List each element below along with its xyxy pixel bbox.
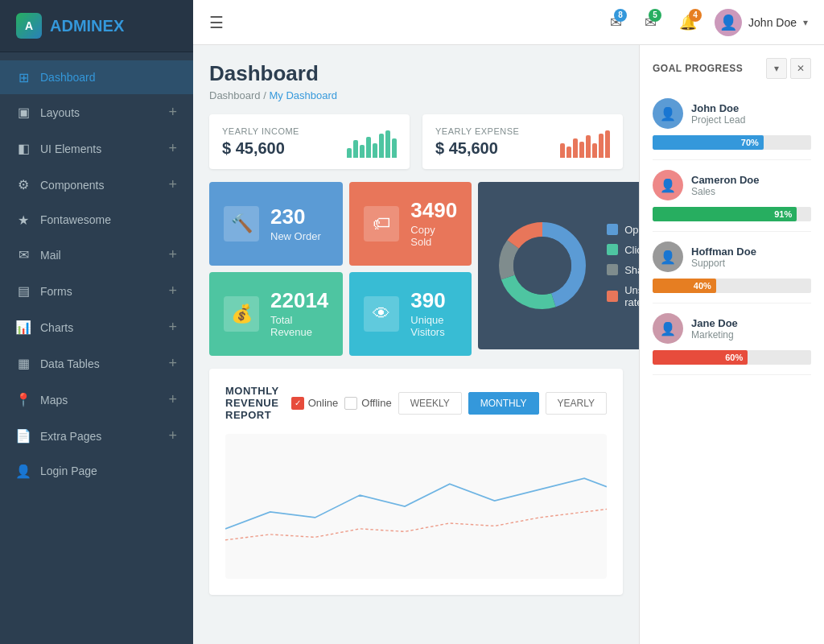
legend-dot [607, 264, 618, 275]
yearly-tab[interactable]: YEARLY [546, 392, 607, 415]
person-name: John Doe [691, 102, 745, 114]
logo-main: ADMIN [50, 17, 103, 35]
person-header: 👤 Cameron Doe Sales [653, 170, 811, 200]
plus-icon: + [168, 283, 177, 299]
expense-card-yearly: YEARLY EXPENSE $ 45,600 [422, 114, 623, 169]
plus-icon: + [168, 246, 177, 263]
stats-donut-row: 🔨 230 New Order 💰 22014 Total Revenue [209, 182, 623, 356]
bar [592, 143, 597, 158]
sidebar-item-label: Dashboard [40, 71, 177, 84]
main-area: ☰ ✉ 8 ✉ 5 🔔 4 👤 John Doe ▾ Dashboard Das… [193, 0, 824, 644]
mail-badge: 5 [649, 9, 661, 22]
progress-wrap: 70% [653, 135, 811, 150]
avatar-cameron: 👤 [653, 170, 683, 200]
sidebar-item-forms[interactable]: ▤ Forms + [0, 273, 193, 309]
visitors-icon: 👁 [364, 296, 399, 332]
login-icon: 👤 [16, 464, 31, 478]
person-role: Marketing [691, 329, 738, 341]
person-role: Support [691, 258, 756, 269]
bar [360, 145, 365, 158]
stats-left: 🔨 230 New Order 💰 22014 Total Revenue [209, 182, 343, 356]
avatar-hoffman: 👤 [653, 242, 683, 272]
breadcrumb-link[interactable]: My Dashboard [269, 89, 337, 101]
stat-info: 230 New Order [270, 206, 321, 242]
logo-accent: EX [103, 17, 125, 35]
goal-person-hoffman: 👤 Hoffman Doe Support 40% [653, 232, 811, 303]
person-header: 👤 Hoffman Doe Support [653, 242, 811, 272]
ui-icon: ◧ [16, 142, 31, 156]
sidebar-item-label: Charts [40, 321, 168, 334]
revenue-report-card: MONTHLY REVENUE REPORT ✓ Online Offline … [209, 369, 623, 595]
avatar-jane: 👤 [653, 313, 683, 344]
legend-dot [607, 244, 618, 255]
stat-number: 3490 [410, 200, 457, 221]
online-checkbox[interactable]: ✓ [291, 397, 304, 410]
sidebar-item-login[interactable]: 👤 Login Page [0, 454, 193, 488]
order-icon: 🔨 [224, 206, 259, 242]
income-card-yearly: YEARLY INCOME $ 45,600 [209, 114, 410, 169]
revenue-title: MONTHLY REVENUE REPORT [225, 385, 291, 421]
income-amount: $ 45,600 [222, 139, 299, 158]
person-info: John Doe Project Lead [691, 102, 745, 126]
charts-icon: 📊 [16, 320, 31, 335]
sidebar-item-ui-elements[interactable]: ◧ UI Elements + [0, 130, 193, 167]
sidebar-item-dashboard[interactable]: ⊞ Dashboard [0, 60, 193, 94]
offline-label: Offline [361, 397, 391, 409]
layouts-icon: ▣ [16, 105, 31, 120]
person-name: Hoffman Doe [691, 246, 756, 258]
logo-icon: A [16, 13, 42, 39]
person-info: Hoffman Doe Support [691, 246, 756, 269]
notifications-badge: 4 [689, 9, 702, 22]
notifications-button[interactable]: 🔔 4 [674, 9, 702, 36]
avatar-john: 👤 [653, 98, 683, 129]
plus-icon: + [168, 427, 177, 444]
weekly-tab[interactable]: WEEKLY [398, 392, 462, 415]
goal-collapse-button[interactable]: ▾ [766, 58, 787, 79]
income-label: YEARLY INCOME [222, 126, 299, 136]
main-content: Dashboard Dashboard / My Dashboard YEARL… [193, 45, 639, 644]
hamburger-button[interactable]: ☰ [209, 13, 224, 32]
sidebar-item-label: Maps [40, 394, 168, 407]
sidebar-item-layouts[interactable]: ▣ Layouts + [0, 94, 193, 130]
progress-wrap: 60% [653, 350, 811, 365]
data-icon: ▦ [16, 357, 31, 371]
progress-bar: 40% [653, 279, 716, 293]
bar [392, 138, 397, 158]
sidebar-item-mail[interactable]: ✉ Mail + [0, 237, 193, 273]
sidebar-item-maps[interactable]: 📍 Maps + [0, 382, 193, 418]
sidebar-item-data-tables[interactable]: ▦ Data Tables + [0, 345, 193, 382]
components-icon: ⚙ [16, 178, 31, 192]
messages-button[interactable]: ✉ 8 [605, 9, 627, 36]
goal-sidebar: GOAL PROGRESS ▾ ✕ 👤 John Doe Project Lea… [639, 45, 824, 644]
person-name: Cameron Doe [691, 174, 760, 186]
stat-card-orders: 🔨 230 New Order [209, 182, 343, 266]
progress-wrap: 91% [653, 207, 811, 221]
stat-number: 230 [270, 206, 321, 227]
stat-card-visitors: 👁 390 Unique Visitors [349, 272, 472, 356]
monthly-tab[interactable]: MONTHLY [468, 392, 539, 415]
user-menu[interactable]: 👤 John Doe ▾ [715, 9, 808, 36]
revenue-svg [225, 442, 607, 571]
breadcrumb: Dashboard / My Dashboard [209, 89, 623, 101]
goal-person-cameron: 👤 Cameron Doe Sales 91% [653, 160, 811, 232]
goal-close-button[interactable]: ✕ [790, 58, 811, 79]
online-filter: ✓ Online [291, 397, 339, 410]
sidebar-item-charts[interactable]: 📊 Charts + [0, 309, 193, 345]
legend-dot [607, 291, 618, 302]
expense-amount: $ 45,600 [435, 139, 519, 158]
sidebar-item-fontawesome[interactable]: ★ Fontawesome [0, 203, 193, 237]
sidebar-item-extra-pages[interactable]: 📄 Extra Pages + [0, 418, 193, 454]
sidebar-item-label: Forms [40, 285, 168, 298]
mail-button[interactable]: ✉ 5 [640, 9, 661, 36]
bar [366, 137, 371, 158]
stat-card-revenue: 💰 22014 Total Revenue [209, 272, 343, 356]
bar [385, 130, 390, 158]
sidebar-item-label: UI Elements [40, 142, 168, 155]
plus-icon: + [168, 319, 177, 336]
sidebar-item-label: Mail [40, 249, 168, 262]
sidebar-item-label: Fontawesome [40, 213, 177, 226]
sidebar-item-components[interactable]: ⚙ Components + [0, 167, 193, 203]
progress-bar: 70% [653, 135, 764, 150]
legend-unsub-rate: Unsubscribed rate [607, 284, 639, 308]
offline-checkbox[interactable] [344, 397, 357, 410]
